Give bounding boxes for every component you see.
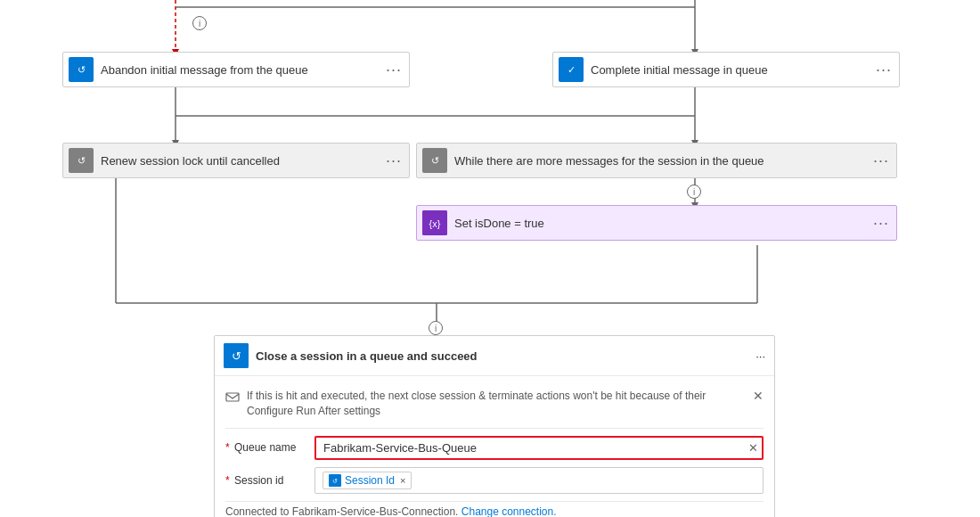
info-banner-icon [225,390,240,406]
node-complete[interactable]: ✓ Complete initial message in queue ··· [552,52,900,87]
queue-name-input-wrap: ✕ [314,436,764,460]
node-while[interactable]: ↺ While there are more messages for the … [416,143,897,178]
svg-text:↺: ↺ [431,155,439,166]
abandon-label: Abandon initial message from the queue [101,63,379,77]
setisdone-icon: {x} [422,210,447,235]
renew-icon: ↺ [69,148,94,173]
close-session-menu[interactable]: ··· [755,349,765,363]
node-renew[interactable]: ↺ Renew session lock until cancelled ··· [62,143,410,178]
svg-text:{x}: {x} [429,218,441,229]
session-id-token[interactable]: ↺ Session Id × [323,472,412,489]
while-icon: ↺ [422,148,447,173]
token-chip-icon: ↺ [329,474,341,487]
queue-name-field: * Queue name ✕ [225,436,764,460]
flow-canvas: i ↺ Abandon initial message from the que… [0,0,980,517]
abandon-icon: ↺ [69,57,94,82]
token-chip-label: Session Id [345,474,395,487]
complete-menu[interactable]: ··· [876,61,892,79]
svg-text:↺: ↺ [78,64,86,75]
info-icon-top: i [192,16,207,30]
complete-label: Complete initial message in queue [591,63,869,77]
renew-menu[interactable]: ··· [386,152,402,170]
info-icon-close: i [429,321,443,335]
session-id-label: * Session id [225,474,314,487]
svg-text:✓: ✓ [568,64,576,75]
setisdone-menu[interactable]: ··· [873,214,889,233]
complete-icon: ✓ [559,57,584,82]
info-banner-text: If this is hit and executed, the next cl… [247,389,753,419]
queue-name-label: * Queue name [225,441,314,454]
node-abandon[interactable]: ↺ Abandon initial message from the queue… [62,52,410,87]
change-connection-link[interactable]: Change connection. [461,505,557,517]
abandon-menu[interactable]: ··· [386,61,402,79]
close-session-title: Close a session in a queue and succeed [256,349,755,363]
svg-rect-29 [226,393,239,401]
token-chip-close[interactable]: × [400,475,405,486]
svg-text:↺: ↺ [78,155,86,166]
node-set-isdone[interactable]: {x} Set isDone = true ··· [416,205,897,241]
while-label: While there are more messages for the se… [454,154,866,168]
svg-text:↺: ↺ [232,349,241,363]
footer-connection-text: Connected to Fabrikam-Service-Bus-Connec… [225,505,458,517]
session-id-input-wrap[interactable]: ↺ Session Id × [314,467,764,494]
close-session-body: If this is hit and executed, the next cl… [215,376,774,517]
close-session-icon: ↺ [224,343,249,368]
close-session-card: ↺ Close a session in a queue and succeed… [214,335,775,517]
queue-name-input[interactable] [314,436,764,460]
footer-text: Connected to Fabrikam-Service-Bus-Connec… [225,501,764,517]
session-id-field: * Session id ↺ Session Id × [225,467,764,494]
renew-label: Renew session lock until cancelled [101,154,379,168]
while-menu[interactable]: ··· [873,152,889,170]
info-icon-while: i [687,185,701,199]
queue-name-clear[interactable]: ✕ [748,441,758,455]
info-banner: If this is hit and executed, the next cl… [225,383,764,429]
close-session-header: ↺ Close a session in a queue and succeed… [215,336,774,376]
setisdone-label: Set isDone = true [454,217,866,230]
svg-text:↺: ↺ [332,478,338,484]
info-banner-close[interactable]: ✕ [753,389,764,403]
